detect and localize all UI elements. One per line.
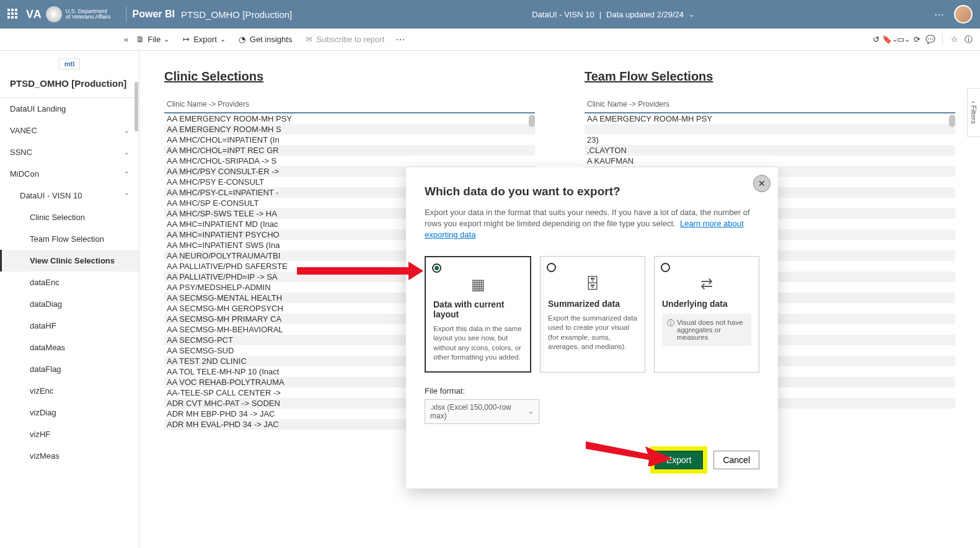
export-data-dialog: ✕ Which data do you want to export? Expo… <box>406 167 778 488</box>
underlying-note: ⓘVisual does not have aggregates or meas… <box>662 314 751 346</box>
team-scrollbar[interactable] <box>949 113 955 419</box>
insights-button[interactable]: ◔ Get insights <box>233 32 298 46</box>
subscribe-icon: ✉ <box>304 35 313 44</box>
table-row[interactable]: AA MHC/CHOL=INPT REC GR <box>164 145 535 156</box>
report-canvas: Clinic Selections Clinic Name -> Provide… <box>139 51 980 548</box>
chevron-down-icon: ⌄ <box>528 407 534 415</box>
star-icon[interactable]: ☆ <box>950 35 959 44</box>
table-row[interactable]: AA MHC/CHOL-SRIPADA -> S <box>164 156 535 166</box>
nav-item[interactable]: vizDiag <box>0 402 139 423</box>
nav-item[interactable]: dataDiag <box>0 293 139 315</box>
divider <box>126 6 126 22</box>
nav-item[interactable]: Clinic Selection <box>0 206 139 228</box>
sidebar-title: PTSD_OMHO [Production] <box>0 73 139 98</box>
option-underlying[interactable]: ⇄ Underlying data ⓘVisual does not have … <box>654 256 759 373</box>
database-icon: 🗄 <box>548 275 637 293</box>
dept-label: U.S. Departmentof Veterans Affairs <box>66 9 111 20</box>
filters-pane-toggle[interactable]: ‹ Filters <box>967 88 980 137</box>
table-row[interactable]: AA EMERGENCY ROOM-MH PSY <box>585 113 955 124</box>
table-row[interactable]: AA MHC/CHOL=INPATIENT (In <box>164 135 535 145</box>
export-button[interactable]: Export <box>655 451 703 469</box>
center-sep: | <box>599 10 601 19</box>
subscribe-button: ✉ Subscribe to report <box>299 32 389 46</box>
nav-item[interactable]: dataHF <box>0 315 139 337</box>
user-avatar[interactable] <box>954 5 973 24</box>
sidebar-scrollbar[interactable] <box>135 82 138 131</box>
app-topbar: VA U.S. Departmentof Veterans Affairs Po… <box>0 0 980 29</box>
team-table-header: Clinic Name -> Providers <box>585 96 955 113</box>
close-dialog-button[interactable]: ✕ <box>753 175 770 192</box>
table-row[interactable]: AA EMERGENCY ROOM-MH S <box>164 124 535 135</box>
table-row[interactable]: ,CLAYTON <box>585 145 955 156</box>
view-icon[interactable]: ▭⌄ <box>899 35 907 44</box>
comment-icon[interactable]: 💬 <box>926 35 935 44</box>
bulb-icon: ◔ <box>238 35 247 44</box>
export-highlight: Export <box>650 446 707 474</box>
report-toolbar: « 🗎 File⌄ ↦ Export⌄ ◔ Get insights ✉ Sub… <box>0 29 980 51</box>
chevron-down-icon[interactable]: ⌄ <box>689 11 694 19</box>
page-title-center: DataUI - VISN 10 <box>532 10 594 19</box>
dialog-body: Export your data in the format that suit… <box>425 207 759 241</box>
team-flow-heading: Team Flow Selections <box>585 69 955 84</box>
more-options-icon[interactable]: ⋯ <box>934 9 945 20</box>
export-menu[interactable]: ↦ Export⌄ <box>177 32 231 46</box>
clinic-selections-heading: Clinic Selections <box>164 69 535 84</box>
refresh-icon[interactable]: ⟳ <box>912 35 921 44</box>
va-logo: VA <box>26 8 42 21</box>
table-row[interactable]: A KAUFMAN <box>585 156 955 166</box>
nav-item[interactable]: vizMeas <box>0 445 139 467</box>
dialog-title: Which data do you want to export? <box>425 185 759 198</box>
mtl-logo: mtl <box>59 58 81 69</box>
chevron-left-icon: ‹ <box>970 101 978 104</box>
nav-item[interactable]: VANEC⌄ <box>0 120 139 141</box>
nav-item[interactable]: dataEnc <box>0 272 139 293</box>
relations-icon: ⇄ <box>662 275 751 293</box>
data-updated-label[interactable]: Data updated 2/29/24 <box>606 10 684 19</box>
radio-summarized[interactable] <box>547 263 556 272</box>
file-format-select[interactable]: .xlsx (Excel 150,000-row max)⌄ <box>425 399 539 424</box>
file-icon: 🗎 <box>136 35 144 44</box>
app-launcher-icon[interactable] <box>7 9 19 20</box>
nav-item[interactable]: Team Flow Selection <box>0 228 139 250</box>
nav-item[interactable]: vizEnc <box>0 380 139 402</box>
app-name[interactable]: Power BI <box>133 9 175 20</box>
file-menu[interactable]: 🗎 File⌄ <box>131 32 174 46</box>
bookmark-icon[interactable]: 🔖⌄ <box>885 35 894 44</box>
table-row[interactable]: 23) <box>585 135 955 145</box>
export-icon: ↦ <box>182 35 190 44</box>
reset-icon[interactable]: ↺ <box>872 35 880 44</box>
nav-item[interactable]: DataUI Landing <box>0 98 139 120</box>
nav-item[interactable]: SSNC⌄ <box>0 141 139 163</box>
nav-item[interactable]: DataUI - VISN 10⌃ <box>0 185 139 206</box>
radio-underlying[interactable] <box>661 263 670 272</box>
nav-item[interactable]: dataMeas <box>0 337 139 358</box>
radio-current-layout[interactable] <box>432 263 441 273</box>
info-icon[interactable]: ⓘ <box>964 35 973 44</box>
nav-item[interactable]: View Clinic Selections <box>0 250 139 272</box>
table-row[interactable] <box>585 124 955 135</box>
table-row[interactable]: AA EMERGENCY ROOM-MH PSY <box>164 113 535 124</box>
collapse-nav-icon[interactable]: « <box>124 35 128 44</box>
nav-item[interactable]: MiDCon⌃ <box>0 163 139 185</box>
clinic-table-header: Clinic Name -> Providers <box>164 96 535 113</box>
nav-item[interactable]: vizHF <box>0 423 139 445</box>
va-seal-icon <box>46 6 62 22</box>
info-icon: ⓘ <box>667 319 674 341</box>
report-name: PTSD_OMHO [Production] <box>181 9 292 20</box>
nav-sidebar: mtl PTSD_OMHO [Production] DataUI Landin… <box>0 51 139 548</box>
option-summarized[interactable]: 🗄 Summarized data Export the summarized … <box>540 256 645 373</box>
table-icon: ▦ <box>433 276 523 293</box>
cancel-button[interactable]: Cancel <box>713 451 759 469</box>
option-current-layout[interactable]: ▦ Data with current layout Export this d… <box>425 256 531 373</box>
toolbar-more-icon[interactable]: ⋯ <box>395 33 407 45</box>
nav-item[interactable]: dataFlag <box>0 358 139 380</box>
file-format-label: File format: <box>425 386 759 396</box>
